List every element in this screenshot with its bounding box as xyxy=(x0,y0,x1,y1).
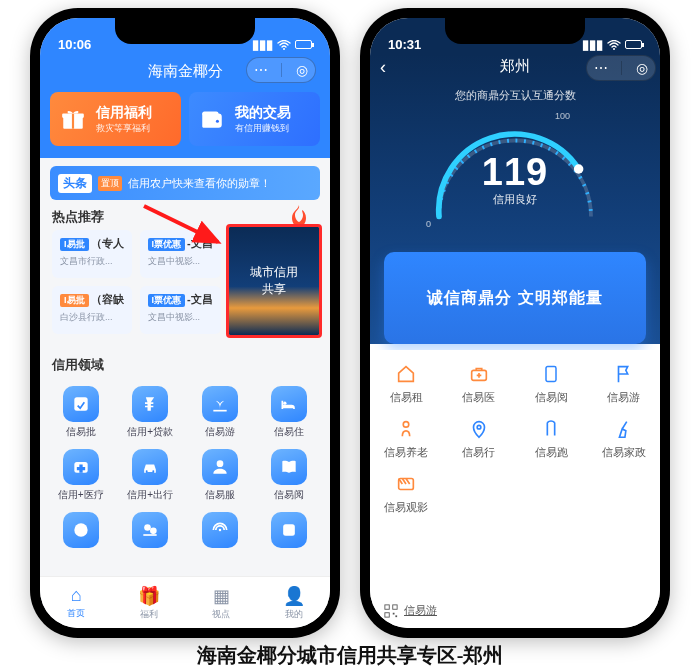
svg-rect-30 xyxy=(393,612,395,614)
tab-home[interactable]: ⌂首页 xyxy=(40,577,113,628)
slogan-card[interactable]: 诚信商鼎分 文明郑能量 xyxy=(384,252,646,344)
service-item[interactable]: 信易游 xyxy=(588,354,661,409)
hot-card[interactable]: I易批（容缺 白沙县行政... xyxy=(52,286,132,334)
icon xyxy=(63,512,99,548)
hot-card[interactable]: I易批（专人 文昌市行政... xyxy=(52,230,132,278)
qr-icon xyxy=(384,604,398,618)
service-item[interactable]: 信易行 xyxy=(443,409,516,464)
back-icon[interactable]: ‹ xyxy=(380,57,386,78)
service-item[interactable]: 信易跑 xyxy=(515,409,588,464)
card-sub: 救灾等享福利 xyxy=(96,122,152,135)
app-header: 海南金椰分 ⋯ ◎ 信用福利 救灾等享福利 xyxy=(40,54,330,158)
svg-rect-31 xyxy=(395,615,397,617)
tab-vision[interactable]: ▦视点 xyxy=(185,577,258,628)
domain-item[interactable]: 信易批 xyxy=(46,380,116,443)
battery-icon xyxy=(625,40,642,49)
dots-icon[interactable]: ⋯ xyxy=(254,62,268,78)
person-icon xyxy=(202,449,238,485)
notch xyxy=(115,18,255,44)
svg-rect-19 xyxy=(283,524,295,536)
signal-icon: ▮▮▮ xyxy=(252,37,273,52)
screen-left: 10:06 ▮▮▮ 海南金椰分 ⋯ ◎ xyxy=(40,18,330,628)
card-my-trade[interactable]: 我的交易 有信用赚钱到 xyxy=(189,92,320,146)
wallet-icon xyxy=(197,104,227,134)
domain-item[interactable]: 信用+出行 xyxy=(116,443,186,506)
car-icon xyxy=(132,449,168,485)
location-icon xyxy=(467,417,491,441)
medkit-icon xyxy=(467,362,491,386)
dots-icon[interactable]: ⋯ xyxy=(594,60,608,76)
svg-point-16 xyxy=(150,528,157,535)
target-icon[interactable]: ◎ xyxy=(636,60,648,76)
housekeeping-icon xyxy=(612,417,636,441)
run-icon xyxy=(539,417,563,441)
miniprogram-capsule[interactable]: ⋯ ◎ xyxy=(586,55,656,81)
footer-label: 信易游 xyxy=(404,603,437,618)
svg-rect-3 xyxy=(72,114,74,129)
service-item[interactable]: 信易医 xyxy=(443,354,516,409)
domain-item[interactable] xyxy=(116,506,186,552)
icon xyxy=(271,512,307,548)
miniprogram-capsule[interactable]: ⋯ ◎ xyxy=(246,57,316,83)
headline-banner[interactable]: 头条 置顶 信用农户快来查看你的勋章！ xyxy=(50,166,320,200)
card-sub: 有信用赚钱到 xyxy=(235,122,291,135)
domain-item[interactable]: 信易住 xyxy=(255,380,325,443)
tab-welfare[interactable]: 🎁福利 xyxy=(113,577,186,628)
domain-grid: 信易批 信用+贷款 信易游 信易住 信用+医疗 信用+出行 信易服 信易阅 xyxy=(40,378,330,552)
flag-icon xyxy=(612,362,636,386)
service-item[interactable]: 信易家政 xyxy=(588,409,661,464)
domain-item[interactable] xyxy=(46,506,116,552)
svg-point-24 xyxy=(404,422,410,428)
svg-point-15 xyxy=(144,524,151,531)
phone-frame-right: 10:31 ▮▮▮ ‹ 郑州 ⋯ ◎ xyxy=(360,8,670,638)
banner-text: 信用农户快来查看你的勋章！ xyxy=(128,176,271,191)
wifi-icon xyxy=(277,40,291,50)
elder-icon xyxy=(394,417,418,441)
target-icon[interactable]: ◎ xyxy=(296,62,308,78)
banner-hot: 置顶 xyxy=(98,176,122,191)
tab-me[interactable]: 👤我的 xyxy=(258,577,331,628)
title-bar: ‹ 郑州 ⋯ ◎ xyxy=(370,54,660,82)
svg-rect-17 xyxy=(144,534,157,536)
domain-item[interactable]: 信易服 xyxy=(185,443,255,506)
book-icon xyxy=(539,362,563,386)
svg-point-20 xyxy=(613,48,615,50)
score-gauge: 0 100 119 信用良好 xyxy=(420,109,610,229)
bed-icon xyxy=(271,386,307,422)
domain-item[interactable]: 信用+医疗 xyxy=(46,443,116,506)
palm-icon xyxy=(202,386,238,422)
service-item[interactable]: 信易租 xyxy=(370,354,443,409)
section-title: 信用领域 xyxy=(52,356,104,374)
gift-icon xyxy=(58,104,88,134)
footer-link[interactable]: 信易游 xyxy=(384,603,437,618)
svg-point-25 xyxy=(477,425,481,429)
movie-icon xyxy=(394,472,418,496)
svg-point-18 xyxy=(219,529,222,532)
figure-caption: 海南金椰分城市信用共享专区-郑州 xyxy=(0,642,700,669)
service-item[interactable]: 信易养老 xyxy=(370,409,443,464)
domain-item[interactable] xyxy=(255,506,325,552)
hot-card[interactable]: I票优惠-文昌 文昌中视影... xyxy=(140,230,221,278)
service-item[interactable]: 信易观影 xyxy=(370,464,443,519)
domain-item[interactable]: 信用+贷款 xyxy=(116,380,186,443)
score-value: 119 xyxy=(420,151,610,194)
svg-rect-8 xyxy=(213,410,226,412)
svg-point-0 xyxy=(283,48,285,50)
score-status: 信用良好 xyxy=(420,192,610,207)
svg-rect-27 xyxy=(385,604,389,608)
title-bar: 海南金椰分 ⋯ ◎ xyxy=(50,58,320,84)
wifi-icon xyxy=(607,40,621,50)
service-item[interactable]: 信易阅 xyxy=(515,354,588,409)
hot-area: I易批（专人 文昌市行政... I票优惠-文昌 文昌中视影... I易批（容缺 … xyxy=(40,230,330,334)
gauge-max: 100 xyxy=(555,111,570,121)
gift-icon: 🎁 xyxy=(138,585,160,607)
card-credit-welfare[interactable]: 信用福利 救灾等享福利 xyxy=(50,92,181,146)
city-credit-share-card[interactable]: 城市信用 共享 xyxy=(226,224,322,338)
domain-item[interactable] xyxy=(185,506,255,552)
person-icon: 👤 xyxy=(283,585,305,607)
stamp-icon xyxy=(63,386,99,422)
svg-point-11 xyxy=(146,470,148,472)
domain-item[interactable]: 信易阅 xyxy=(255,443,325,506)
hot-card[interactable]: I票优惠-文昌 文昌中视影... xyxy=(140,286,221,334)
domain-item[interactable]: 信易游 xyxy=(185,380,255,443)
